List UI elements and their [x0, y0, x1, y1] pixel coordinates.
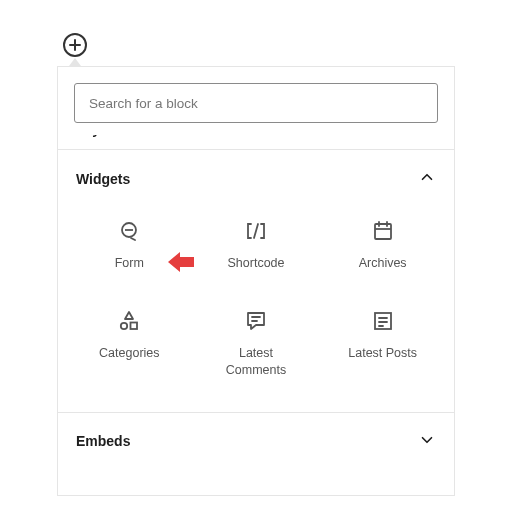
annotation-arrow — [168, 252, 194, 272]
svg-rect-1 — [375, 224, 391, 239]
shortcode-icon — [242, 217, 270, 245]
block-label: Latest Posts — [348, 345, 417, 361]
form-icon — [115, 217, 143, 245]
spacer — [58, 470, 454, 495]
block-list-scroll[interactable]: Layout Elements Widgets Form Shortcode — [58, 135, 454, 495]
section-label: Embeds — [76, 433, 130, 449]
section-embeds-header[interactable]: Embeds — [58, 412, 454, 470]
section-label: Widgets — [76, 171, 130, 187]
chevron-down-icon — [418, 431, 436, 452]
archives-icon — [369, 217, 397, 245]
block-label: Form — [115, 255, 144, 271]
block-categories[interactable]: Categories — [66, 301, 193, 384]
comments-icon — [242, 307, 270, 335]
posts-icon — [369, 307, 397, 335]
section-layout-elements[interactable]: Layout Elements — [58, 135, 454, 150]
block-latest-posts[interactable]: Latest Posts — [319, 301, 446, 384]
svg-point-2 — [121, 323, 127, 329]
svg-rect-3 — [131, 323, 138, 330]
block-label: Shortcode — [228, 255, 285, 271]
block-label: Archives — [359, 255, 407, 271]
search-input[interactable] — [74, 83, 438, 123]
categories-icon — [115, 307, 143, 335]
popover-pointer — [69, 58, 81, 66]
chevron-up-icon — [418, 168, 436, 189]
block-label: Categories — [99, 345, 159, 361]
add-block-button[interactable] — [63, 33, 87, 57]
block-archives[interactable]: Archives — [319, 211, 446, 277]
section-label: Layout Elements — [76, 135, 188, 137]
widgets-grid: Form Shortcode Archives Categories — [58, 207, 454, 412]
search-wrap — [58, 67, 454, 135]
block-label: LatestComments — [226, 345, 286, 378]
block-shortcode[interactable]: Shortcode — [193, 211, 320, 277]
block-inserter-panel: Layout Elements Widgets Form Shortcode — [57, 66, 455, 496]
block-latest-comments[interactable]: LatestComments — [193, 301, 320, 384]
section-widgets-header[interactable]: Widgets — [58, 150, 454, 207]
